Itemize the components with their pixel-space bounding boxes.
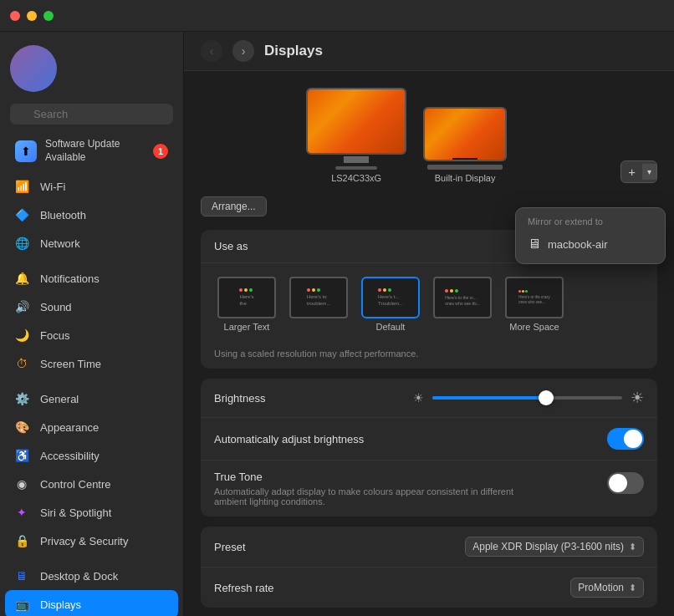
res-option-2[interactable]: Here's totroublem... [286, 273, 351, 335]
network-icon: 🌐 [12, 233, 32, 253]
sidebar-item-label-network: Network [40, 237, 80, 250]
sidebar-item-label-privacy: Privacy & Security [40, 535, 128, 547]
sidebar-item-siri[interactable]: ✦ Siri & Spotlight [5, 498, 178, 527]
search-container: 🔍 [0, 99, 183, 133]
use-as-label: Use as [214, 240, 566, 252]
popover-item-label: macbook-air [548, 238, 608, 251]
display-base [335, 166, 377, 170]
res-option-4[interactable]: Here's to the cr...ones who see thi... [430, 273, 495, 335]
sidebar-item-network[interactable]: 🌐 Network [5, 229, 178, 257]
sidebar-item-label-siri: Siri & Spotlight [40, 507, 111, 519]
refresh-rate-select[interactable]: ProMotion ⬍ [570, 578, 644, 598]
preset-select[interactable]: Apple XDR Display (P3-1600 nits) ⬍ [465, 537, 644, 557]
sidebar-item-label-focus: Focus [40, 329, 69, 342]
appearance-icon: 🎨 [12, 417, 32, 437]
refresh-rate-value: ProMotion [578, 582, 624, 593]
auto-brightness-row: Automatically adjust brightness [201, 418, 657, 461]
notifications-icon: 🔔 [12, 268, 32, 288]
sidebar-item-label-displays: Displays [40, 598, 81, 611]
add-display-button[interactable]: + [621, 161, 642, 182]
res-option-more-space[interactable]: Here's to the crazyones who see... More … [502, 273, 567, 335]
avatar[interactable] [10, 45, 57, 92]
search-input[interactable] [10, 104, 173, 125]
app-body: 🔍 ⬆ Software Update Available 1 📶 Wi-Fi … [0, 32, 674, 616]
external-display-item[interactable]: LS24C33xG [306, 88, 406, 183]
minimize-button[interactable] [27, 11, 37, 21]
sidebar-section-system: ⚙️ General 🎨 Appearance ♿ Accessibility … [0, 381, 183, 558]
sidebar-section-display: 🖥 Desktop & Dock 📺 Displays 🖼 Wallpaper [0, 558, 183, 616]
sidebar-item-screen-time[interactable]: ⏱ Screen Time [5, 349, 178, 378]
sidebar: 🔍 ⬆ Software Update Available 1 📶 Wi-Fi … [0, 32, 184, 616]
refresh-rate-dropdown-icon: ⬍ [629, 583, 636, 593]
true-tone-sub-label: Automatically adapt display to make colo… [214, 486, 532, 507]
wifi-icon: 📶 [12, 176, 32, 196]
res-label-larger-text: Larger Text [224, 322, 270, 332]
sidebar-item-displays[interactable]: 📺 Displays [5, 590, 178, 616]
close-button[interactable] [10, 11, 20, 21]
true-tone-label: True Tone [214, 471, 607, 483]
back-button[interactable]: ‹ [201, 40, 222, 62]
builtin-foot [427, 165, 503, 170]
sidebar-section-network: 📶 Wi-Fi 🔷 Bluetooth 🌐 Network [0, 169, 183, 261]
accessibility-icon: ♿ [12, 445, 32, 466]
sidebar-item-sound[interactable]: 🔊 Sound [5, 293, 178, 321]
sidebar-item-notifications[interactable]: 🔔 Notifications [5, 264, 178, 293]
add-display-control: + ▾ [620, 160, 657, 183]
sidebar-item-label-notifications: Notifications [40, 272, 100, 285]
mirror-extend-popover: Mirror or extend to 🖥 macbook-air [515, 207, 666, 264]
external-display-label: LS24C33xG [331, 173, 381, 183]
auto-brightness-toggle[interactable] [607, 428, 644, 450]
sidebar-item-wifi[interactable]: 📶 Wi-Fi [5, 172, 178, 201]
res-preview-default: Here's t...Troublem... [361, 277, 420, 318]
arrange-button[interactable]: Arrange... [201, 196, 267, 216]
builtin-display-label: Built-in Display [435, 173, 496, 183]
res-preview-more-space: Here's to the crazyones who see... [505, 277, 564, 318]
preset-label: Preset [214, 541, 465, 553]
res-option-default[interactable]: Here's t...Troublem... Default [358, 273, 423, 335]
traffic-lights [10, 11, 54, 21]
monitor-icon: 🖥 [528, 237, 541, 252]
popover-macbook-air[interactable]: 🖥 macbook-air [516, 232, 665, 257]
popover-title: Mirror or extend to [516, 215, 665, 232]
sidebar-item-privacy[interactable]: 🔒 Privacy & Security [5, 527, 178, 555]
brightness-row: Brightness ☀ ☀ [201, 379, 657, 418]
siri-icon: ✦ [12, 502, 32, 522]
forward-icon: › [242, 44, 246, 58]
focus-icon: 🌙 [12, 325, 32, 345]
true-tone-row: True Tone Automatically adapt display to… [201, 461, 657, 517]
builtin-display-item[interactable]: Built-in Display [423, 107, 507, 183]
sidebar-item-accessibility[interactable]: ♿ Accessibility [5, 441, 178, 470]
sidebar-item-control-centre[interactable]: ◉ Control Centre [5, 470, 178, 498]
res-option-larger-text[interactable]: Here'sthe Larger Text [214, 273, 279, 335]
res-label-more-space: More Space [509, 322, 559, 332]
refresh-rate-label: Refresh rate [214, 582, 570, 594]
builtin-display-thumbnail [423, 107, 507, 161]
sidebar-item-label-screen-time: Screen Time [40, 358, 101, 370]
sound-icon: 🔊 [12, 297, 32, 317]
privacy-icon: 🔒 [12, 531, 32, 551]
res-preview-2: Here's totroublem... [289, 277, 348, 318]
user-profile[interactable] [0, 32, 183, 99]
sidebar-item-general[interactable]: ⚙️ General [5, 384, 178, 413]
brightness-slider[interactable] [432, 396, 623, 400]
preset-value: Apple XDR Display (P3-1600 nits) [472, 541, 624, 552]
sidebar-item-appearance[interactable]: 🎨 Appearance [5, 413, 178, 441]
preset-dropdown-icon: ⬍ [629, 542, 636, 552]
sidebar-item-bluetooth[interactable]: 🔷 Bluetooth [5, 201, 178, 229]
sidebar-item-software-update[interactable]: ⬆ Software Update Available 1 [5, 133, 178, 169]
content-area: ‹ › Displays LS24C33xG [184, 32, 674, 616]
add-display-dropdown-arrow[interactable]: ▾ [642, 164, 656, 180]
sidebar-item-focus[interactable]: 🌙 Focus [5, 321, 178, 349]
sidebar-item-label-sound: Sound [40, 301, 72, 313]
forward-button[interactable]: › [232, 40, 254, 62]
maximize-button[interactable] [43, 11, 54, 21]
sidebar-section-alerts: 🔔 Notifications 🔊 Sound 🌙 Focus ⏱ Screen… [0, 261, 183, 381]
back-icon: ‹ [210, 44, 214, 58]
res-preview-4: Here's to the cr...ones who see thi... [433, 277, 492, 318]
sidebar-item-desktop-dock[interactable]: 🖥 Desktop & Dock [5, 562, 178, 590]
perf-note: Using a scaled resolution may affect per… [201, 345, 657, 369]
brightness-label: Brightness [214, 392, 405, 405]
desktop-dock-icon: 🖥 [12, 566, 32, 586]
true-tone-toggle[interactable] [607, 472, 644, 494]
brightness-low-icon: ☀ [413, 391, 424, 405]
